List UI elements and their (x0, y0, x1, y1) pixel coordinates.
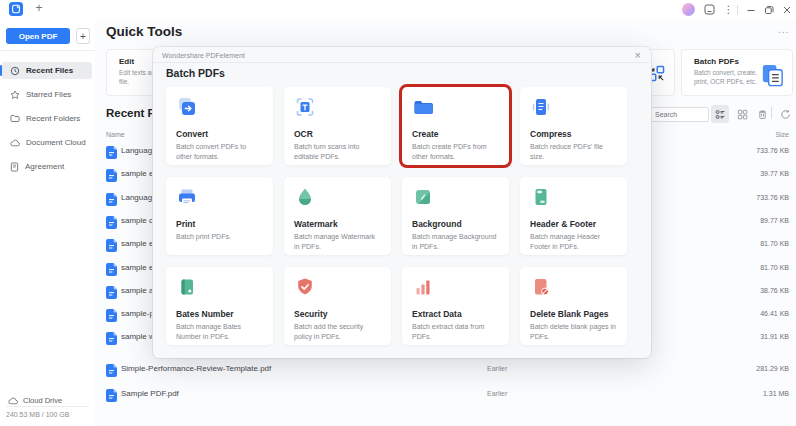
selection-indicator (0, 161, 2, 172)
sidebar-item-agreement[interactable]: Agreement (2, 158, 92, 175)
header-footer-icon (530, 194, 552, 211)
tool-title: OCR (294, 129, 381, 139)
tool-title: Create (412, 129, 499, 139)
open-pdf-button[interactable]: Open PDF (6, 28, 70, 44)
file-size: 733.76 KB (756, 147, 789, 154)
tool-desc: Batch manage Watermark in PDFs. (294, 232, 381, 252)
add-file-button[interactable]: + (76, 28, 90, 44)
pdfelement-window: + ⋮ Open PDF + Recent FilesStarred Files… (0, 0, 796, 426)
dialog-close-icon[interactable]: × (635, 49, 641, 61)
file-name: sample w (121, 332, 155, 341)
dialog-divider (153, 62, 651, 63)
search-input[interactable] (650, 107, 709, 122)
dialog-tool-create[interactable]: CreateBatch create PDFs from other forma… (402, 87, 509, 165)
file-row[interactable]: Sample PDF.pdfEarlier1.31 MB (95, 385, 796, 403)
dialog-tool-print[interactable]: PrintBatch print PDFs. (166, 177, 273, 255)
file-name: sample e (121, 263, 153, 272)
selection-indicator (0, 137, 2, 148)
list-view-button[interactable] (711, 105, 729, 123)
sidebar-item-starred-files[interactable]: Starred Files (2, 86, 92, 103)
window-panel-icon[interactable] (703, 3, 716, 16)
file-name: sample a (121, 286, 153, 295)
batch-documents-icon (759, 62, 786, 93)
dialog-tool-background[interactable]: BackgroundBatch manage Background in PDF… (402, 177, 509, 255)
storage-divider (6, 406, 89, 407)
selection-indicator (0, 65, 2, 76)
file-size: 281.29 KB (756, 365, 789, 372)
file-name: Simple-Performance-Review-Template.pdf (121, 364, 271, 373)
titlebar-divider (737, 5, 738, 15)
refresh-icon[interactable] (776, 105, 794, 123)
tool-desc: Batch add the security policy in PDFs. (294, 322, 381, 342)
tool-title: Header & Footer (530, 219, 617, 229)
file-size: 733.76 KB (756, 194, 789, 201)
close-button[interactable] (780, 3, 793, 16)
file-size: 31.91 KB (760, 333, 789, 340)
sidebar: Open PDF + Recent FilesStarred FilesRece… (0, 20, 95, 426)
folder-icon (10, 114, 20, 123)
history-icon (10, 66, 20, 76)
dialog-tool-delete-blank-pages[interactable]: Delete Blank PagesBatch delete blank pag… (520, 267, 627, 345)
sidebar-item-recent-folders[interactable]: Recent Folders (2, 110, 92, 127)
new-tab-button[interactable]: + (32, 1, 46, 15)
column-header-name[interactable]: Name (106, 131, 125, 138)
sidebar-item-document-cloud[interactable]: Document Cloud (2, 134, 92, 151)
tool-title: Compress (530, 129, 617, 139)
file-date: Earlier (487, 390, 507, 397)
dialog-title: Wondershare PDFelement (162, 52, 245, 59)
sidebar-item-label: Agreement (25, 162, 64, 171)
tool-title: Convert (176, 129, 263, 139)
file-size: 39.77 KB (760, 170, 789, 177)
maximize-button[interactable] (762, 3, 775, 16)
dialog-tool-bates-number[interactable]: Bates NumberBatch manage Bates Number in… (166, 267, 273, 345)
trash-icon[interactable] (753, 105, 771, 123)
tool-title: Security (294, 309, 381, 319)
cloud-drive-label: Cloud Drive (23, 396, 62, 405)
file-name: Language (121, 146, 157, 155)
ocr-icon (294, 104, 316, 121)
quick-tool-batch-pdfs-card[interactable]: Batch PDFs Batch convert, create,print, … (681, 49, 793, 96)
tool-title: Extract Data (412, 309, 499, 319)
file-name: sample e (121, 169, 153, 178)
tool-desc: Batch turn scans into editable PDFs. (294, 142, 381, 162)
column-header-size[interactable]: Size (775, 131, 789, 138)
file-size: 81.70 KB (760, 264, 789, 271)
watermark-icon (294, 194, 316, 211)
file-size: 1.31 MB (763, 390, 789, 397)
sidebar-item-recent-files[interactable]: Recent Files (2, 62, 92, 79)
dialog-tool-ocr[interactable]: OCRBatch turn scans into editable PDFs. (284, 87, 391, 165)
tool-desc: Batch delete blank pages in PDFs. (530, 322, 617, 342)
dialog-heading: Batch PDFs (166, 67, 225, 79)
title-bar: + ⋮ (0, 0, 796, 20)
storage-usage: 240.53 MB / 100 GB (6, 411, 69, 418)
dialog-tool-convert[interactable]: ConvertBatch convert PDFs to other forma… (166, 87, 273, 165)
pdf-file-icon (106, 215, 117, 233)
pdf-file-icon (106, 285, 117, 303)
dialog-tool-header-footer[interactable]: Header & FooterBatch manage Header Foote… (520, 177, 627, 255)
dialog-tool-watermark[interactable]: WatermarkBatch manage Watermark in PDFs. (284, 177, 391, 255)
more-tools-button[interactable]: ... (778, 24, 789, 35)
dialog-tool-security[interactable]: SecurityBatch add the security policy in… (284, 267, 391, 345)
dialog-tool-extract-data[interactable]: Extract DataBatch extract data from PDFs… (402, 267, 509, 345)
create-icon (412, 104, 434, 121)
dialog-tool-compress[interactable]: CompressBatch reduce PDFs' file size. (520, 87, 627, 165)
selection-indicator (0, 113, 2, 124)
pdf-file-icon (106, 308, 117, 326)
avatar[interactable] (682, 3, 695, 16)
app-logo (9, 2, 23, 16)
tool-title: Background (412, 219, 499, 229)
file-row[interactable]: Simple-Performance-Review-Template.pdfEa… (95, 360, 796, 378)
pdf-file-icon (106, 262, 117, 280)
sidebar-divider (0, 50, 95, 51)
tool-desc: Batch manage Header Footer in PDFs. (530, 232, 617, 252)
file-name: sample cl (121, 216, 155, 225)
minimize-button[interactable] (744, 3, 757, 16)
more-menu-icon[interactable]: ⋮ (722, 3, 735, 16)
file-date: Earlier (487, 365, 507, 372)
bates-number-icon (176, 284, 198, 301)
compress-icon (530, 104, 552, 121)
grid-view-button[interactable] (733, 105, 751, 123)
extract-data-icon (412, 284, 434, 301)
pdf-file-icon (106, 168, 117, 186)
pdf-file-icon (106, 238, 117, 256)
